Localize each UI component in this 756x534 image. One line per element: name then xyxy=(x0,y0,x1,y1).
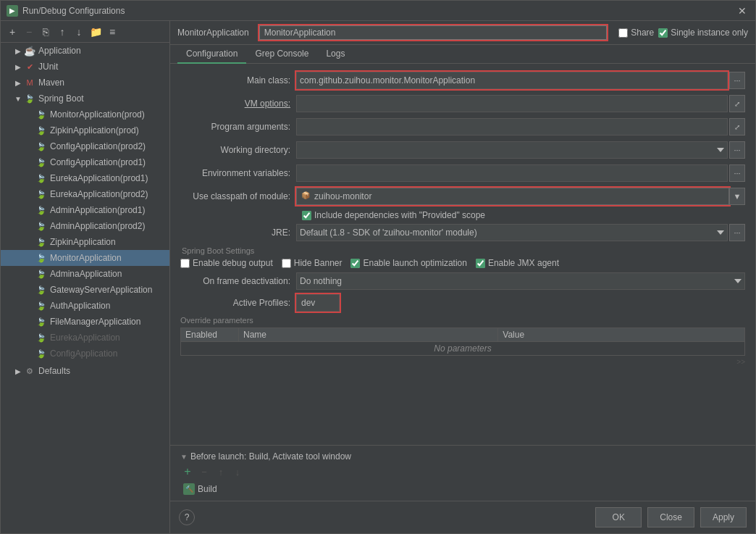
copy-config-button[interactable]: ⎘ xyxy=(38,25,53,39)
move-down-button[interactable]: ↓ xyxy=(72,25,86,39)
sort-button[interactable]: ≡ xyxy=(105,25,119,39)
include-deps-checkbox[interactable] xyxy=(302,211,311,220)
before-launch-header[interactable]: ▼ Before launch: Build, Activate tool wi… xyxy=(180,451,745,462)
active-profiles-input[interactable] xyxy=(296,294,340,312)
sidebar-item-zipkin[interactable]: 🍃 ZipkinApplication xyxy=(1,234,169,250)
sidebar-item-admin-prod1[interactable]: 🍃 AdminApplication(prod1) xyxy=(1,202,169,218)
apply-button[interactable]: Apply xyxy=(700,507,747,527)
tab-logs[interactable]: Logs xyxy=(317,45,353,64)
remove-config-button[interactable]: − xyxy=(22,25,36,39)
sidebar-item-label: Spring Boot xyxy=(38,93,84,104)
move-down-before-launch-button[interactable]: ↓ xyxy=(230,464,245,479)
spring-item-icon: 🍃 xyxy=(35,220,47,232)
no-params-text: No parameters xyxy=(181,342,745,356)
enable-launch-opt-label[interactable]: Enable launch optimization xyxy=(350,258,466,268)
help-button[interactable]: ? xyxy=(179,509,195,525)
vm-options-expand-button[interactable]: ⤢ xyxy=(729,95,745,112)
sidebar-item-application[interactable]: ▶ ☕ Application xyxy=(1,43,169,59)
vm-options-input-group: ⤢ xyxy=(296,95,745,112)
spring-item-icon: 🍃 xyxy=(35,236,47,248)
classpath-select-button[interactable]: ▼ xyxy=(729,188,745,205)
sidebar-item-config-prod2[interactable]: 🍃 ConfigApplication(prod2) xyxy=(1,138,169,154)
sidebar-item-maven[interactable]: ▶ M Maven xyxy=(1,75,169,91)
enable-launch-opt-checkbox[interactable] xyxy=(350,259,360,268)
close-button[interactable]: ✕ xyxy=(735,5,749,17)
sidebar-item-monitor-prod[interactable]: 🍃 MonitorApplication(prod) xyxy=(1,107,169,122)
sidebar-item-config-disabled[interactable]: 🍃 ConfigApplication xyxy=(1,346,169,362)
sidebar-item-zipkin-prod[interactable]: 🍃 ZipkinApplication(prod) xyxy=(1,122,169,138)
remove-before-launch-button[interactable]: − xyxy=(197,464,211,479)
sidebar-item-filemanager[interactable]: 🍃 FileManagerApplication xyxy=(1,314,169,330)
include-deps-label[interactable]: Include dependencies with "Provided" sco… xyxy=(302,210,485,220)
sidebar-item-defaults[interactable]: ▶ ⚙ Defaults xyxy=(1,363,169,379)
sidebar-item-label: ZipkinApplication(prod) xyxy=(50,125,139,135)
name-input[interactable] xyxy=(259,25,607,40)
on-frame-select[interactable]: Do nothing xyxy=(296,272,745,290)
enable-launch-opt-text: Enable launch optimization xyxy=(363,258,466,268)
sidebar-item-config-prod1[interactable]: 🍃 ConfigApplication(prod1) xyxy=(1,154,169,170)
sidebar-item-junit[interactable]: ▶ ✔ JUnit xyxy=(1,59,169,75)
close-button[interactable]: Close xyxy=(647,507,694,527)
share-label: Share xyxy=(631,28,654,38)
title-bar: ▶ Run/Debug Configurations ✕ xyxy=(1,1,755,21)
working-dir-select[interactable] xyxy=(296,141,728,159)
vm-options-input[interactable] xyxy=(296,95,728,112)
jre-row: JRE: Default (1.8 - SDK of 'zuihou-monit… xyxy=(180,223,745,242)
program-args-expand-button[interactable]: ⤢ xyxy=(729,118,745,135)
classpath-input-group: 📦 zuihou-monitor ▼ xyxy=(296,188,745,205)
spring-item-icon: 🍃 xyxy=(35,252,47,264)
single-instance-checkbox[interactable] xyxy=(658,28,668,38)
tab-grep-console[interactable]: Grep Console xyxy=(246,45,317,64)
defaults-icon: ⚙ xyxy=(24,365,35,377)
share-checkbox-label[interactable]: Share xyxy=(618,28,654,38)
enable-debug-label[interactable]: Enable debug output xyxy=(180,258,273,268)
hide-banner-checkbox[interactable] xyxy=(282,259,291,268)
hide-banner-label[interactable]: Hide Banner xyxy=(282,258,343,268)
spring-item-icon: 🍃 xyxy=(35,332,47,343)
move-up-before-launch-button[interactable]: ↑ xyxy=(214,464,228,479)
junit-icon: ✔ xyxy=(24,61,35,72)
before-launch-item: 🔨 Build xyxy=(180,482,745,496)
sidebar-item-admina[interactable]: 🍃 AdminaApplication xyxy=(1,266,169,282)
main-class-label: Main class: xyxy=(180,75,296,85)
sidebar-item-label: Maven xyxy=(38,78,64,88)
ok-button[interactable]: OK xyxy=(595,507,642,527)
main-class-browse-button[interactable]: ··· xyxy=(729,72,745,89)
sidebar-item-gateway[interactable]: 🍃 GatewayServerApplication xyxy=(1,282,169,298)
sidebar-item-label: ConfigApplication(prod1) xyxy=(50,157,146,167)
folder-button[interactable]: 📁 xyxy=(88,25,103,39)
enable-jmx-label[interactable]: Enable JMX agent xyxy=(476,258,559,268)
sidebar-item-auth[interactable]: 🍃 AuthApplication xyxy=(1,298,169,314)
share-checkbox[interactable] xyxy=(618,28,628,38)
single-instance-checkbox-label[interactable]: Single instance only xyxy=(658,28,748,38)
add-config-button[interactable]: + xyxy=(5,25,20,39)
config-panel: Main class: ··· VM options: ⤢ Pr xyxy=(170,64,755,445)
enable-jmx-checkbox[interactable] xyxy=(476,259,485,268)
env-vars-input[interactable] xyxy=(296,164,728,182)
jre-select[interactable]: Default (1.8 - SDK of 'zuihou-monitor' m… xyxy=(296,224,728,241)
working-dir-browse-button[interactable]: ··· xyxy=(729,141,745,159)
sidebar-item-monitor[interactable]: 🍃 MonitorApplication xyxy=(1,250,169,266)
sidebar-item-eureka-disabled[interactable]: 🍃 EurekaApplication xyxy=(1,330,169,346)
add-before-launch-button[interactable]: + xyxy=(180,464,195,479)
include-deps-text: Include dependencies with "Provided" sco… xyxy=(314,210,485,220)
jre-browse-button[interactable]: ··· xyxy=(729,224,745,241)
title-bar-icon: ▶ xyxy=(7,5,18,17)
sidebar-item-admin-prod2[interactable]: 🍃 AdminApplication(prod2) xyxy=(1,218,169,234)
share-area: Share Single instance only xyxy=(618,28,748,38)
env-vars-label: Environment variables: xyxy=(180,168,296,178)
sidebar-item-spring-boot[interactable]: ▼ 🍃 Spring Boot xyxy=(1,91,169,107)
before-launch-section: ▼ Before launch: Build, Activate tool wi… xyxy=(170,445,755,501)
module-select[interactable]: 📦 zuihou-monitor xyxy=(296,188,729,205)
sidebar-item-label: Defaults xyxy=(38,366,70,376)
main-class-input[interactable] xyxy=(296,72,728,89)
enable-debug-checkbox[interactable] xyxy=(180,259,190,268)
move-up-button[interactable]: ↑ xyxy=(55,25,70,39)
module-name: zuihou-monitor xyxy=(314,191,371,201)
tab-configuration[interactable]: Configuration xyxy=(177,45,246,64)
sidebar-item-label: Application xyxy=(38,46,81,56)
sidebar-item-eureka-prod1[interactable]: 🍃 EurekaApplication(prod1) xyxy=(1,170,169,186)
sidebar-item-eureka-prod2[interactable]: 🍃 EurekaApplication(prod2) xyxy=(1,186,169,202)
env-vars-browse-button[interactable]: ··· xyxy=(729,164,745,182)
program-args-input[interactable] xyxy=(296,118,728,135)
